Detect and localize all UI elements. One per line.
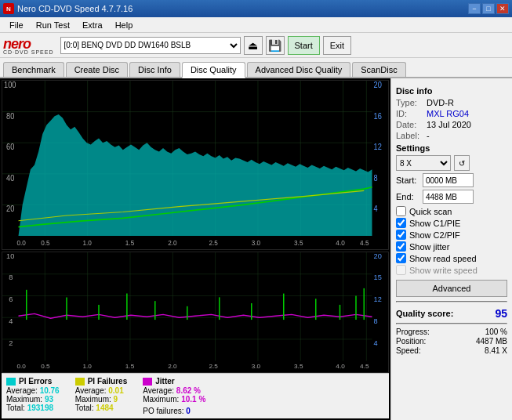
maximize-button[interactable]: □ [482,3,495,14]
quality-score-value: 95 [495,307,507,320]
pi-errors-max: Maximum: 93 [6,395,60,404]
speed-stat-value: 8.41 X [485,346,507,355]
position-row: Position: 4487 MB [396,337,507,346]
start-input-row: Start: [396,173,507,187]
svg-text:8: 8 [374,317,378,325]
lower-chart: 10 8 6 4 2 20 15 12 8 4 0.0 0.5 1.0 1.5 … [2,252,389,373]
toolbar: nero CD·DVD SPEED [0:0] BENQ DVD DD DW16… [0,33,512,58]
tab-disc-info[interactable]: Disc Info [129,62,180,77]
svg-text:100: 100 [4,81,16,89]
svg-text:4: 4 [9,317,13,325]
pi-failures-total: Total: 1484 [75,404,128,412]
menu-help[interactable]: Help [109,19,140,31]
pi-failures-max: Maximum: 9 [75,395,128,404]
quality-score-label: Quality score: [396,309,453,318]
po-failures: PO failures: 0 [143,407,205,415]
start-input[interactable] [423,173,474,187]
menu-file[interactable]: File [3,19,30,31]
progress-value: 100 % [485,328,507,336]
settings-section: Settings [396,143,507,153]
chart-area: 100 80 60 40 20 20 16 12 8 4 0.0 0.5 1.0… [0,78,390,420]
start-button[interactable]: Start [288,36,320,55]
show-c1pie-checkbox[interactable] [396,218,406,228]
svg-text:60: 60 [6,143,15,152]
menu-run-test[interactable]: Run Test [30,19,76,31]
jitter-legend: Jitter Average: 8.62 % Maximum: 10.1 % P… [143,377,205,415]
advanced-button[interactable]: Advanced [396,280,507,297]
quick-scan-checkbox[interactable] [396,206,406,216]
tab-create-disc[interactable]: Create Disc [66,62,128,77]
svg-text:1.0: 1.0 [83,239,93,247]
nero-tagline: CD·DVD SPEED [3,49,54,55]
pi-errors-avg: Average: 10.76 [6,386,60,395]
svg-text:10: 10 [6,252,14,260]
pi-errors-total: Total: 193198 [6,404,60,412]
svg-text:1.5: 1.5 [125,363,135,370]
save-button[interactable]: 💾 [266,36,285,55]
pi-errors-label: PI Errors [19,377,52,386]
title-bar-text: Nero CD-DVD Speed 4.7.7.16 [17,4,133,13]
show-jitter-label: Show jitter [409,242,449,252]
pi-errors-color [6,378,16,386]
svg-text:8: 8 [9,274,13,282]
drive-selector[interactable]: [0:0] BENQ DVD DD DW1640 BSLB [60,37,241,54]
tab-scandisc[interactable]: ScanDisc [352,62,405,77]
app-icon: N [3,3,14,14]
speed-selector[interactable]: 8 X Max 4 X [396,155,451,171]
show-c2pif-label: Show C2/PIF [409,230,460,240]
jitter-color [143,378,152,386]
svg-text:12: 12 [374,295,382,303]
lower-chart-svg: 10 8 6 4 2 20 15 12 8 4 0.0 0.5 1.0 1.5 … [2,252,388,372]
svg-text:3.0: 3.0 [252,239,261,247]
tab-advanced-disc-quality[interactable]: Advanced Disc Quality [247,62,351,77]
exit-button[interactable]: Exit [323,36,351,55]
svg-text:2.0: 2.0 [168,239,177,247]
svg-text:8: 8 [374,173,378,183]
show-c2pif-row: Show C2/PIF [396,230,507,240]
show-c2pif-checkbox[interactable] [396,230,406,240]
menu-extra[interactable]: Extra [76,19,109,31]
show-c1pie-row: Show C1/PIE [396,218,507,228]
pi-failures-label: PI Failures [88,377,128,386]
disc-label-row: Label: - [396,131,507,140]
svg-text:3.5: 3.5 [294,363,303,370]
show-write-speed-label: Show write speed [409,266,478,275]
svg-text:1.0: 1.0 [83,363,93,370]
show-jitter-row: Show jitter [396,241,507,252]
show-read-speed-row: Show read speed [396,253,507,263]
svg-text:16: 16 [374,111,382,121]
pi-failures-avg: Average: 0.01 [75,386,128,395]
show-write-speed-row: Show write speed [396,265,507,275]
tab-disc-quality[interactable]: Disc Quality [182,62,245,78]
tab-benchmark[interactable]: Benchmark [3,62,64,77]
minimize-button[interactable]: − [468,3,481,14]
svg-text:6: 6 [9,295,13,303]
svg-text:4.5: 4.5 [360,363,369,370]
pi-failures-legend: PI Failures Average: 0.01 Maximum: 9 Tot… [75,377,128,415]
svg-text:0.5: 0.5 [41,239,50,247]
pi-errors-legend: PI Errors Average: 10.76 Maximum: 93 Tot… [6,377,60,415]
close-button[interactable]: ✕ [496,3,509,14]
show-jitter-checkbox[interactable] [396,241,406,252]
show-write-speed-checkbox[interactable] [396,265,406,275]
eject-button[interactable]: ⏏ [244,36,263,55]
speed-refresh-button[interactable]: ↺ [454,155,470,171]
show-read-speed-checkbox[interactable] [396,253,406,263]
svg-text:0.5: 0.5 [41,363,50,370]
right-panel: Disc info Type: DVD-R ID: MXL RG04 Date:… [390,78,512,420]
legend-area: PI Errors Average: 10.76 Maximum: 93 Tot… [2,373,389,418]
disc-info-section: Disc info [396,86,507,96]
progress-row: Progress: 100 % [396,328,507,336]
speed-row: 8 X Max 4 X ↺ [396,155,507,171]
show-read-speed-label: Show read speed [409,254,477,263]
svg-text:0.0: 0.0 [16,363,26,370]
quick-scan-row: Quick scan [396,206,507,216]
svg-text:20: 20 [6,205,15,214]
position-value: 4487 MB [476,337,507,346]
svg-text:2.5: 2.5 [209,363,218,370]
svg-text:2.0: 2.0 [168,363,177,370]
svg-text:4.5: 4.5 [360,239,369,247]
end-input[interactable] [423,190,474,204]
svg-text:20: 20 [374,252,382,260]
svg-text:20: 20 [374,81,383,89]
